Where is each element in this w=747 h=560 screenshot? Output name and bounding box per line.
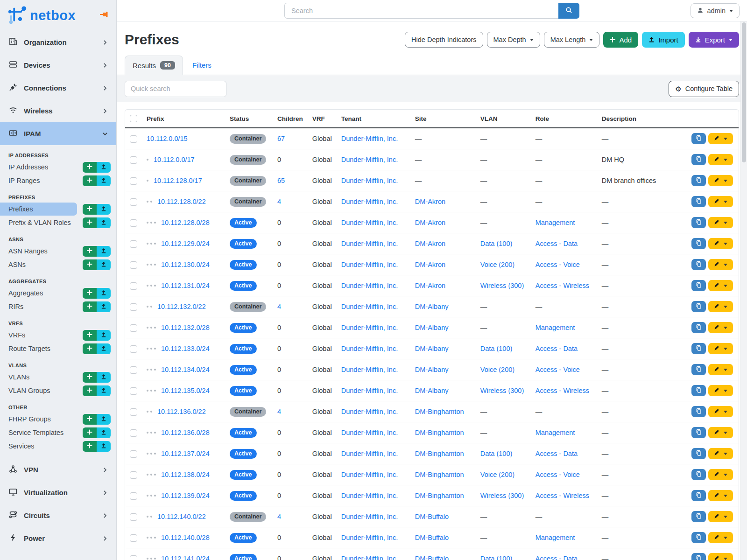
vlan-link[interactable]: Wireless (300) — [480, 282, 524, 289]
tenant-link[interactable]: Dunder-Mifflin, Inc. — [341, 534, 398, 541]
tenant-link[interactable]: Dunder-Mifflin, Inc. — [341, 240, 398, 247]
edit-dropdown-button[interactable] — [708, 154, 733, 165]
copy-button[interactable] — [691, 469, 706, 480]
site-link[interactable]: DM-Akron — [415, 240, 445, 247]
tenant-link[interactable]: Dunder-Mifflin, Inc. — [341, 261, 398, 268]
quick-add-button[interactable] — [83, 427, 97, 438]
import-button[interactable]: Import — [642, 32, 685, 48]
tenant-link[interactable]: Dunder-Mifflin, Inc. — [341, 555, 398, 560]
copy-button[interactable] — [691, 364, 706, 375]
column-header-vlan[interactable]: VLAN — [476, 110, 531, 128]
prefix-link[interactable]: 10.112.128.0/28 — [161, 219, 210, 226]
role-link[interactable]: Access - Voice — [536, 366, 580, 373]
quick-import-button[interactable] — [97, 204, 111, 215]
quick-import-button[interactable] — [97, 330, 111, 341]
hide-depth-indicators-button[interactable]: Hide Depth Indicators — [405, 32, 483, 48]
sidebar-item-ip-ranges[interactable]: IP Ranges — [0, 174, 81, 187]
sidebar-item-vrfs[interactable]: VRFs — [0, 329, 81, 342]
prefix-link[interactable]: 10.112.128.0/17 — [154, 177, 202, 184]
sidebar-item-virtualization[interactable]: Virtualization — [0, 481, 116, 504]
quick-add-button[interactable] — [83, 330, 97, 341]
row-checkbox[interactable] — [130, 492, 137, 500]
edit-dropdown-button[interactable] — [708, 532, 733, 543]
user-menu-button[interactable]: admin — [691, 3, 740, 18]
sidebar-item-circuits[interactable]: Circuits — [0, 504, 116, 527]
search-button[interactable] — [558, 3, 579, 19]
copy-button[interactable] — [691, 511, 706, 522]
quick-import-button[interactable] — [97, 162, 111, 173]
role-link[interactable]: Access - Voice — [536, 261, 580, 268]
site-link[interactable]: DM-Akron — [415, 282, 445, 289]
site-link[interactable]: DM-Binghamton — [415, 429, 464, 436]
sidebar-item-devices[interactable]: Devices — [0, 54, 116, 77]
prefix-link[interactable]: 10.112.132.0/22 — [157, 303, 206, 310]
quick-add-button[interactable] — [83, 301, 97, 312]
edit-dropdown-button[interactable] — [708, 217, 733, 228]
vertical-scrollbar[interactable] — [740, 21, 747, 560]
edit-dropdown-button[interactable] — [708, 448, 733, 459]
site-link[interactable]: DM-Binghamton — [415, 492, 464, 499]
prefix-link[interactable]: 10.112.0.0/15 — [147, 135, 188, 142]
sidebar-item-organization[interactable]: Organization — [0, 31, 116, 54]
row-checkbox[interactable] — [130, 156, 137, 164]
copy-button[interactable] — [691, 301, 706, 312]
column-header-description[interactable]: Description — [597, 110, 686, 128]
prefix-link[interactable]: 10.112.137.0/24 — [161, 450, 210, 457]
sidebar-item-ip-addresses[interactable]: IP Addresses — [0, 161, 81, 174]
tab-filters[interactable]: Filters — [183, 55, 221, 75]
site-link[interactable]: DM-Akron — [415, 261, 445, 268]
tenant-link[interactable]: Dunder-Mifflin, Inc. — [341, 135, 398, 142]
configure-table-button[interactable]: ⚙ Configure Table — [669, 81, 739, 97]
pin-icon[interactable] — [99, 11, 109, 20]
edit-dropdown-button[interactable] — [708, 280, 733, 291]
quick-add-button[interactable] — [83, 217, 97, 228]
row-checkbox[interactable] — [130, 366, 137, 374]
sidebar-item-prefixes[interactable]: Prefixes — [0, 203, 77, 216]
quick-add-button[interactable] — [83, 343, 97, 354]
prefix-link[interactable]: 10.112.138.0/24 — [161, 471, 210, 478]
prefix-link[interactable]: 10.112.140.0/28 — [161, 534, 210, 541]
sidebar-item-aggregates[interactable]: Aggregates — [0, 287, 81, 300]
copy-button[interactable] — [691, 553, 706, 560]
quick-search-input[interactable] — [125, 81, 226, 97]
sidebar-item-wireless[interactable]: Wireless — [0, 99, 116, 122]
quick-add-button[interactable] — [83, 414, 97, 425]
sidebar-item-asns[interactable]: ASNs — [0, 258, 81, 271]
sidebar-item-power[interactable]: Power — [0, 527, 116, 550]
prefix-link[interactable]: 10.112.133.0/24 — [161, 345, 210, 352]
quick-import-button[interactable] — [97, 246, 111, 257]
quick-add-button[interactable] — [83, 372, 97, 383]
vlan-link[interactable]: Data (100) — [480, 450, 513, 457]
role-link[interactable]: Access - Wireless — [536, 387, 589, 394]
copy-button[interactable] — [691, 343, 706, 354]
row-checkbox[interactable] — [130, 345, 137, 353]
site-link[interactable]: DM-Albany — [415, 324, 449, 331]
edit-dropdown-button[interactable] — [708, 259, 733, 270]
copy-button[interactable] — [691, 280, 706, 291]
prefix-link[interactable]: 10.112.139.0/24 — [161, 492, 210, 499]
edit-dropdown-button[interactable] — [708, 133, 733, 144]
tenant-link[interactable]: Dunder-Mifflin, Inc. — [341, 471, 398, 478]
sidebar-item-rirs[interactable]: RIRs — [0, 300, 81, 313]
row-checkbox[interactable] — [130, 177, 137, 185]
vlan-link[interactable]: Voice (200) — [480, 261, 514, 268]
role-link[interactable]: Management — [536, 219, 575, 226]
edit-dropdown-button[interactable] — [708, 175, 733, 186]
edit-dropdown-button[interactable] — [708, 196, 733, 207]
site-link[interactable]: DM-Akron — [415, 219, 445, 226]
row-checkbox[interactable] — [130, 198, 137, 206]
prefix-link[interactable]: 10.112.129.0/24 — [161, 240, 210, 247]
sidebar-item-prefix-vlan-roles[interactable]: Prefix & VLAN Roles — [0, 216, 81, 229]
site-link[interactable]: DM-Buffalo — [415, 555, 449, 560]
site-link[interactable]: DM-Binghamton — [415, 450, 464, 457]
quick-add-button[interactable] — [83, 385, 97, 396]
quick-add-button[interactable] — [83, 175, 97, 186]
tenant-link[interactable]: Dunder-Mifflin, Inc. — [341, 198, 398, 205]
copy-button[interactable] — [691, 259, 706, 270]
row-checkbox[interactable] — [130, 135, 137, 143]
row-checkbox[interactable] — [130, 534, 137, 542]
tenant-link[interactable]: Dunder-Mifflin, Inc. — [341, 408, 398, 415]
tenant-link[interactable]: Dunder-Mifflin, Inc. — [341, 324, 398, 331]
add-button[interactable]: Add — [603, 32, 638, 48]
quick-import-button[interactable] — [97, 414, 111, 425]
